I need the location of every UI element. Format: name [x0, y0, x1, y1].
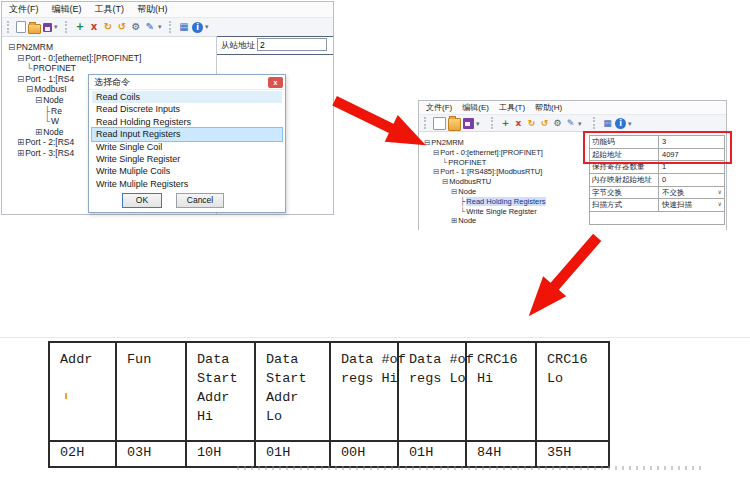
tree-item[interactable]: └PROFINET — [422, 158, 587, 168]
command-list-item[interactable]: Write Muliple Registers — [92, 178, 282, 190]
settings-gear-icon[interactable] — [552, 118, 563, 129]
tree-item[interactable]: ⊟ModbusRTU — [422, 177, 587, 187]
slave-address-input[interactable] — [257, 38, 327, 51]
tree-expander-icon[interactable]: ⊟ — [451, 187, 457, 196]
download-config-icon[interactable] — [102, 21, 114, 33]
command-list-item[interactable]: Read Discrete Inputs — [92, 103, 282, 115]
frame-table-column: Data Start Addr Hi10H — [187, 343, 256, 466]
menu-item-edit[interactable]: 编辑(E) — [462, 102, 489, 113]
overflow-caret-icon[interactable] — [628, 118, 639, 129]
menu-item-help[interactable]: 帮助(H) — [535, 102, 562, 113]
open-folder-icon[interactable] — [28, 24, 41, 34]
command-list: Read CoilsRead Discrete InputsRead Holdi… — [92, 91, 282, 190]
upload-config-icon[interactable] — [539, 118, 550, 129]
slave-address-row: 从站地址 — [217, 36, 333, 55]
validate-grid-icon[interactable] — [602, 118, 613, 129]
save-icon[interactable] — [43, 23, 52, 32]
tree-expander-icon[interactable]: ⊟ — [442, 177, 448, 186]
tree-expander-icon[interactable]: ⊟ — [433, 148, 439, 157]
info-icon[interactable]: i — [615, 118, 626, 129]
tree-item-label: Node — [458, 216, 476, 225]
tree-item[interactable]: └PROFINET — [6, 63, 214, 74]
menu-item-help[interactable]: 帮助(H) — [137, 3, 168, 16]
tree-expander-icon[interactable]: ⊞ — [451, 216, 457, 225]
settings-gear-icon[interactable] — [130, 21, 142, 33]
tree-item[interactable]: ⊟Port - 0:[ethernet]:[PROFINET] — [422, 148, 587, 158]
tree-item[interactable]: ⊟PN2MRM — [6, 42, 214, 53]
tree-item[interactable]: ⊟Port - 1:[RS485]:[ModbusRTU] — [422, 167, 587, 177]
delete-node-icon[interactable] — [513, 118, 524, 129]
tree-expander-icon[interactable]: └ — [442, 158, 447, 167]
add-node-icon[interactable] — [500, 118, 511, 129]
command-list-item[interactable]: Write Single Coil — [92, 141, 282, 153]
frame-table-value-cell: 00H — [331, 442, 397, 466]
add-node-icon[interactable] — [74, 21, 86, 33]
close-icon[interactable]: x — [268, 77, 283, 88]
tree-expander-icon[interactable]: └ — [26, 63, 32, 73]
menu-item-tools[interactable]: 工具(T) — [95, 3, 125, 16]
tree-expander-icon[interactable]: ⊟ — [433, 167, 439, 176]
tree-item[interactable]: ⊟PN2MRM — [422, 138, 587, 148]
new-file-icon[interactable] — [433, 117, 446, 130]
frame-table-value-cell: 35H — [537, 442, 608, 466]
new-file-icon[interactable] — [16, 21, 26, 33]
tree-item[interactable]: └Write Single Register — [422, 207, 587, 217]
tree-item-label: Port - 0:[ethernet]:[PROFINET] — [25, 53, 141, 63]
tree-item-label: Port - 2:[RS4 — [25, 137, 74, 147]
tree-expander-icon[interactable]: ⊟ — [17, 53, 24, 63]
chevron-down-icon[interactable]: ∨ — [718, 187, 722, 199]
menu-item-file[interactable]: 文件(F) — [426, 102, 452, 113]
frame-table-column: CRC16 Lo35H — [537, 343, 608, 466]
tree-expander-icon[interactable]: ⊞ — [17, 137, 24, 147]
open-folder-icon[interactable] — [448, 118, 461, 131]
overflow-caret-icon[interactable] — [476, 118, 487, 129]
property-value-input[interactable]: 0 — [659, 174, 724, 186]
edit-pen-icon[interactable] — [565, 118, 576, 129]
frame-table-column: CRC16 Hi84H — [467, 343, 537, 466]
tree-expander-icon[interactable]: ⊟ — [8, 42, 15, 52]
command-list-item[interactable]: Write Single Register — [92, 153, 282, 165]
tree-expander-icon[interactable]: ⊟ — [35, 95, 42, 105]
validate-grid-icon[interactable] — [178, 21, 190, 33]
property-value-input[interactable]: 不交换∨ — [659, 187, 724, 199]
overflow-caret-icon[interactable] — [54, 21, 61, 33]
tree-expander-icon[interactable]: ├ — [44, 106, 50, 116]
save-icon[interactable] — [463, 118, 474, 129]
edit-pen-icon[interactable] — [144, 21, 156, 33]
tree-item[interactable]: ⊟Port - 0:[ethernet]:[PROFINET] — [6, 53, 214, 64]
command-list-item[interactable]: Read Holding Registers — [92, 116, 282, 128]
tree-item-label: Port - 0:[ethernet]:[PROFINET] — [440, 148, 543, 157]
tree-expander-icon[interactable]: ⊞ — [17, 148, 24, 158]
menu-item-file[interactable]: 文件(F) — [9, 3, 39, 16]
upload-config-icon[interactable] — [116, 21, 128, 33]
cancel-button[interactable]: Cancel — [176, 193, 224, 208]
tree-expander-icon[interactable]: ⊟ — [26, 84, 33, 94]
frame-table-column: Addr02H — [50, 343, 117, 466]
tree-expander-icon[interactable]: ├ — [460, 197, 465, 206]
chevron-down-icon[interactable]: ∨ — [718, 199, 722, 211]
tree-expander-icon[interactable]: └ — [460, 207, 465, 216]
info-icon[interactable]: i — [192, 22, 203, 33]
command-list-item[interactable]: Read Coils — [92, 91, 282, 103]
tree-item[interactable]: ├Read Holding Registers — [422, 197, 587, 207]
overflow-caret-icon[interactable] — [158, 21, 165, 33]
delete-node-icon[interactable] — [88, 21, 100, 33]
tree-item-label: Re — [51, 106, 62, 116]
frame-table-value-cell: 10H — [187, 442, 254, 466]
tree-item[interactable]: ⊞Node — [422, 216, 587, 226]
menu-item-tools[interactable]: 工具(T) — [499, 102, 525, 113]
select-command-dialog: 选择命令 x Read CoilsRead Discrete InputsRea… — [88, 74, 286, 213]
command-list-item[interactable]: Write Muliple Coils — [92, 165, 282, 177]
tree-item[interactable]: ⊟Node — [422, 187, 587, 197]
tree-expander-icon[interactable]: └ — [44, 116, 50, 126]
tree-expander-icon[interactable]: ⊟ — [17, 74, 24, 84]
ok-button[interactable]: OK — [122, 193, 162, 208]
download-config-icon[interactable] — [526, 118, 537, 129]
overflow-caret-icon[interactable] — [205, 21, 212, 33]
property-value-input[interactable]: 快速扫描∨ — [659, 199, 724, 211]
frame-table-header-cell: Addr — [50, 343, 115, 442]
overflow-caret-icon[interactable] — [578, 118, 589, 129]
menu-item-edit[interactable]: 编辑(E) — [52, 3, 82, 16]
command-list-item[interactable]: Read Input Registers — [92, 128, 282, 140]
tree-expander-icon[interactable]: ⊞ — [35, 127, 42, 137]
